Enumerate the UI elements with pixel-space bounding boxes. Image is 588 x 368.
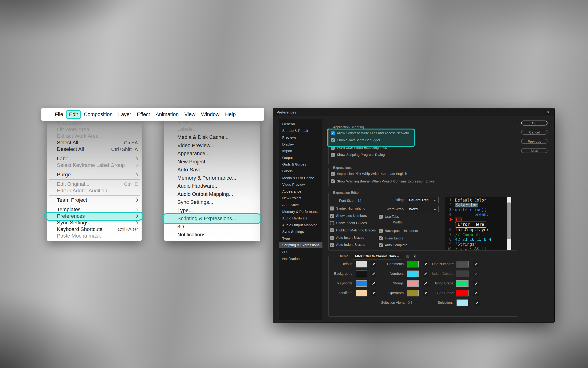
code-text: while (true){ xyxy=(455,207,486,212)
edit-menu-item-team-project[interactable]: Team Project xyxy=(47,197,141,203)
sidebar-item-new-project[interactable]: New Project xyxy=(279,195,323,202)
prefs-submenu-item-appearance[interactable]: Appearance... xyxy=(164,149,260,158)
menu-effect[interactable]: Effect xyxy=(134,110,153,119)
checkbox-row: ✓Inline Errors xyxy=(379,235,403,241)
checkbox-show-indent-guides[interactable] xyxy=(330,221,334,225)
menu-help[interactable]: Help xyxy=(222,110,238,119)
menu-animation[interactable]: Animation xyxy=(153,110,182,119)
menu-file[interactable]: File xyxy=(52,110,66,119)
sidebar-item-output[interactable]: Output xyxy=(279,154,323,161)
sidebar-item-display[interactable]: Display xyxy=(279,141,323,148)
edit-menu-item-preferences[interactable]: Preferences xyxy=(47,213,141,220)
sidebar-item-memory-performance[interactable]: Memory & Performance xyxy=(279,208,323,215)
checkbox-enable-javascript-debugger[interactable]: ✓ xyxy=(331,138,335,142)
menu-edit[interactable]: Edit xyxy=(66,110,81,119)
sidebar-item-media-disk-cache[interactable]: Media & Disk Cache xyxy=(279,175,323,181)
word-wrap-dropdown[interactable]: Word xyxy=(407,206,439,212)
prefs-submenu-item-auto-save[interactable]: Auto-Save... xyxy=(164,166,260,174)
checkbox-expression-pick-whip-writes-compact-english[interactable]: ✓ xyxy=(331,172,335,176)
sidebar-item-import[interactable]: Import xyxy=(279,147,323,154)
checkbox-backspace-unindents[interactable]: ✓ xyxy=(379,229,383,233)
sidebar-item-general[interactable]: General xyxy=(279,120,323,127)
ok-button[interactable]: OK xyxy=(521,120,548,126)
checkbox-show-line-numbers[interactable]: ✓ xyxy=(330,214,334,218)
edit-menu-item-deselect-all[interactable]: Deselect AllCtrl+Shift+A xyxy=(47,146,141,153)
line-numbers-eyedropper-icon[interactable] xyxy=(473,261,479,267)
checkbox-show-warning-banner-when-project-contains-expression-errors[interactable]: ✓ xyxy=(331,179,335,184)
sidebar-item-type[interactable]: Type xyxy=(279,235,323,242)
menu-item-label: Notifications... xyxy=(177,232,210,238)
checkbox-allow-scripts-to-write-files-and-access-network[interactable]: ✓ xyxy=(331,131,335,135)
menu-layer[interactable]: Layer xyxy=(115,110,134,119)
prefs-submenu-item-notifications[interactable]: Notifications... xyxy=(164,231,260,239)
sidebar-item-startup-repair[interactable]: Startup & Repair xyxy=(279,127,323,134)
good-brace-swatch[interactable] xyxy=(456,280,468,287)
edit-menu-item-sync-settings[interactable]: Sync Settings xyxy=(47,220,141,226)
line-numbers-swatch[interactable] xyxy=(456,261,468,267)
prefs-submenu-item-3d[interactable]: 3D... xyxy=(164,223,260,231)
checkbox-auto-indent-braces[interactable]: ✓ xyxy=(330,243,334,247)
prefs-submenu-item-video-preview[interactable]: Video Preview... xyxy=(164,141,260,150)
folding-dropdown[interactable]: Square Tree xyxy=(407,197,439,203)
sidebar-item-sync-settings[interactable]: Sync Settings xyxy=(279,228,323,235)
sidebar-item-notifications[interactable]: Notifications xyxy=(279,255,323,262)
close-icon[interactable]: × xyxy=(546,110,551,115)
checkbox-inline-errors[interactable]: ✓ xyxy=(379,236,383,240)
sidebar-item-appearance[interactable]: Appearance xyxy=(279,188,323,195)
bad-brace-eyedropper-icon[interactable] xyxy=(473,290,479,296)
next-button[interactable]: Next xyxy=(521,148,548,153)
bad-brace-swatch[interactable] xyxy=(456,290,468,296)
selection-eyedropper-icon[interactable] xyxy=(474,300,480,306)
prefs-submenu-item-memory-performance[interactable]: Memory & Performance... xyxy=(164,174,260,182)
sidebar-item-grids-guides[interactable]: Grids & Guides xyxy=(279,161,323,168)
menu-item-label: Select Keyframe Label Group xyxy=(57,162,125,168)
prefs-submenu-item-media-disk-cache[interactable]: Media & Disk Cache... xyxy=(164,133,260,141)
code-scrollbar[interactable] xyxy=(507,197,511,250)
font-size-row: Font Size: 12 xyxy=(330,198,361,204)
prefs-submenu-item-scripting-expressions[interactable]: Scripting & Expressions... xyxy=(164,214,260,223)
theme-dropdown[interactable]: After Effects Classic Dark xyxy=(352,253,402,259)
sidebar-item-previews[interactable]: Previews xyxy=(279,134,323,141)
sidebar-item-audio-hardware[interactable]: Audio Hardware xyxy=(279,215,323,221)
checkbox-row: Show Indent Guides xyxy=(330,220,367,226)
sidebar-item-3d[interactable]: 3D xyxy=(279,248,323,255)
sidebar-item-scripting-expressions[interactable]: Scripting & Expressions xyxy=(279,242,323,249)
previous-button[interactable]: Previous xyxy=(521,139,548,144)
checkbox-show-scripting-progress-dialog[interactable]: ✓ xyxy=(331,153,335,157)
sidebar-item-video-preview[interactable]: Video Preview xyxy=(279,181,323,188)
prefs-submenu-item-type[interactable]: Type... xyxy=(164,206,260,215)
sidebar-item-labels[interactable]: Labels xyxy=(279,168,323,175)
prefs-submenu-item-sync-settings[interactable]: Sync Settings... xyxy=(164,198,260,206)
edit-menu-item-select-all[interactable]: Select AllCtrl+A xyxy=(47,139,141,146)
menu-view[interactable]: View xyxy=(181,110,198,119)
good-brace-eyedropper-icon[interactable] xyxy=(473,281,479,286)
prefs-submenu-item-audio-hardware[interactable]: Audio Hardware... xyxy=(164,182,260,190)
edit-menu-item-label[interactable]: Label xyxy=(47,155,141,162)
menu-item-label: Memory & Performance... xyxy=(177,175,236,181)
tab-width-value[interactable]: 4 xyxy=(409,220,411,224)
edit-menu-item-templates[interactable]: Templates xyxy=(47,206,141,213)
theme-label: Theme: xyxy=(338,254,350,258)
selection-swatch[interactable] xyxy=(456,299,468,306)
code-text: / + - * && || xyxy=(455,247,486,250)
delete-theme-icon[interactable] xyxy=(412,254,417,259)
code-scrollbar-thumb[interactable] xyxy=(507,202,511,239)
prefs-submenu-item-new-project[interactable]: New Project... xyxy=(164,158,260,166)
edit-menu-item-purge[interactable]: Purge xyxy=(47,171,141,178)
menu-window[interactable]: Window xyxy=(198,110,222,119)
font-size-value[interactable]: 12 xyxy=(358,199,361,202)
checkbox-warn-user-when-executing-files[interactable]: ✓ xyxy=(331,146,335,150)
selection-alpha-value[interactable]: 0,3 xyxy=(408,301,412,304)
edit-menu-item-keyboard-shortcuts[interactable]: Keyboard ShortcutsCtrl+Alt+' xyxy=(47,226,141,233)
prefs-submenu-item-audio-output-mapping[interactable]: Audio Output Mapping... xyxy=(164,190,260,198)
checkbox-use-tabs[interactable]: ✓ xyxy=(379,215,383,219)
checkbox-auto-complete[interactable]: ✓ xyxy=(379,243,383,247)
duplicate-theme-icon[interactable] xyxy=(404,254,410,259)
checkbox-syntax-highlighting[interactable]: ✓ xyxy=(330,206,334,211)
sidebar-item-auto-save[interactable]: Auto-Save xyxy=(279,201,323,208)
menu-composition[interactable]: Composition xyxy=(81,110,115,119)
checkbox-highlight-matching-braces[interactable]: ✓ xyxy=(330,228,334,232)
sidebar-item-audio-output-mapping[interactable]: Audio Output Mapping xyxy=(279,221,323,228)
cancel-button[interactable]: Cancel xyxy=(521,130,548,135)
checkbox-auto-insert-braces[interactable]: ✓ xyxy=(330,236,334,240)
